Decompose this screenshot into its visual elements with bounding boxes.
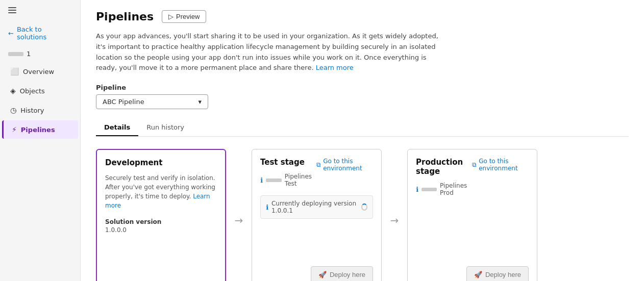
production-deploy-button[interactable]: 🚀 Deploy here xyxy=(466,266,529,281)
sidebar-item-history[interactable]: ◷ History xyxy=(2,101,78,119)
overview-icon: ⬜ xyxy=(10,67,19,75)
sidebar: ← Back to solutions 1 ⬜ Overview ◈ Objec… xyxy=(0,0,81,281)
arrow-right-icon: → xyxy=(235,214,243,226)
external-link-icon: ⧉ xyxy=(316,161,321,168)
sidebar-item-pipelines-label: Pipelines xyxy=(21,126,55,134)
pipeline-selected-value: ABC Pipeline xyxy=(103,98,144,106)
env-bar-prod xyxy=(422,188,437,191)
test-deploy-button[interactable]: 🚀 Deploy here xyxy=(311,266,373,281)
page-header: Pipelines ▷ Preview xyxy=(96,10,629,23)
tab-details[interactable]: Details xyxy=(96,119,138,136)
deploying-info-icon: ℹ xyxy=(266,203,268,211)
production-env-row: ℹ Pipelines Prod xyxy=(416,182,472,196)
development-stage-card: Development Securely test and verify in … xyxy=(96,149,226,281)
development-stage-description: Securely test and verify in isolation. A… xyxy=(105,173,217,210)
test-stage-title: Test stage xyxy=(260,158,316,167)
deploying-spinner xyxy=(361,203,367,211)
arrow-test-to-prod: → xyxy=(382,214,407,226)
info-icon: ℹ xyxy=(260,176,263,184)
production-stage-title: Production stage xyxy=(416,158,472,176)
hamburger-icon xyxy=(8,7,72,13)
sidebar-item-pipelines[interactable]: ⚡ Pipelines xyxy=(2,120,78,139)
user-badge: 1 xyxy=(27,50,31,58)
sidebar-item-overview-label: Overview xyxy=(23,68,54,75)
back-to-solutions-link[interactable]: ← Back to solutions xyxy=(0,20,80,46)
development-stage-title: Development xyxy=(105,158,217,167)
external-link-icon-prod: ⧉ xyxy=(472,161,477,168)
sidebar-item-overview[interactable]: ⬜ Overview xyxy=(2,62,78,81)
user-bar xyxy=(8,52,23,56)
env-bar-test xyxy=(266,178,282,182)
test-env-name: Pipelines Test xyxy=(285,173,316,187)
pipeline-select[interactable]: ABC Pipeline ▾ xyxy=(96,94,208,109)
test-stage-card: Test stage ℹ Pipelines Test ⧉ Go to this… xyxy=(252,149,382,281)
chevron-down-icon: ▾ xyxy=(198,98,202,106)
arrow-right-icon-2: → xyxy=(390,214,399,226)
test-env-row: ℹ Pipelines Test xyxy=(260,173,316,187)
description-text: As your app advances, you'll start shari… xyxy=(96,31,443,73)
solution-version-value: 1.0.0.0 xyxy=(105,226,217,234)
back-arrow-icon: ← xyxy=(8,30,14,37)
objects-icon: ◈ xyxy=(10,87,16,95)
sidebar-item-history-label: History xyxy=(20,107,44,114)
page-title: Pipelines xyxy=(96,10,154,23)
pipeline-label: Pipeline xyxy=(96,84,629,91)
preview-icon: ▷ xyxy=(168,13,174,20)
production-stage-header: Production stage ℹ Pipelines Prod ⧉ Go t… xyxy=(416,158,529,200)
main-content: Pipelines ▷ Preview As your app advances… xyxy=(81,0,644,281)
hamburger-button[interactable] xyxy=(0,0,80,20)
pipelines-icon: ⚡ xyxy=(12,125,17,134)
history-icon: ◷ xyxy=(10,106,16,114)
preview-label: Preview xyxy=(176,13,200,20)
learn-more-link[interactable]: Learn more xyxy=(316,64,354,71)
production-stage-card: Production stage ℹ Pipelines Prod ⧉ Go t… xyxy=(407,149,537,281)
test-stage-header: Test stage ℹ Pipelines Test ⧉ Go to this… xyxy=(260,158,373,191)
tabs-bar: Details Run history xyxy=(96,119,629,137)
stages-container: Development Securely test and verify in … xyxy=(96,149,629,281)
sidebar-item-objects[interactable]: ◈ Objects xyxy=(2,82,78,100)
tab-run-history[interactable]: Run history xyxy=(138,119,192,136)
solution-version-label: Solution version xyxy=(105,218,217,225)
prod-info-icon: ℹ xyxy=(416,186,418,193)
back-label: Back to solutions xyxy=(17,25,72,41)
deploying-label: Currently deploying version 1.0.0.1 xyxy=(271,200,358,214)
deploy-icon-prod: 🚀 xyxy=(474,271,482,278)
arrow-dev-to-test: → xyxy=(226,214,252,226)
deploy-icon: 🚀 xyxy=(318,271,327,278)
preview-button[interactable]: ▷ Preview xyxy=(162,10,206,23)
test-go-to-environment-link[interactable]: ⧉ Go to this environment xyxy=(316,158,373,172)
sidebar-item-objects-label: Objects xyxy=(20,87,45,95)
user-row: 1 xyxy=(0,46,80,62)
deploying-status-row: ℹ Currently deploying version 1.0.0.1 xyxy=(260,195,373,219)
production-go-to-environment-link[interactable]: ⧉ Go to this environment xyxy=(472,158,529,172)
production-env-name: Pipelines Prod xyxy=(440,182,472,196)
